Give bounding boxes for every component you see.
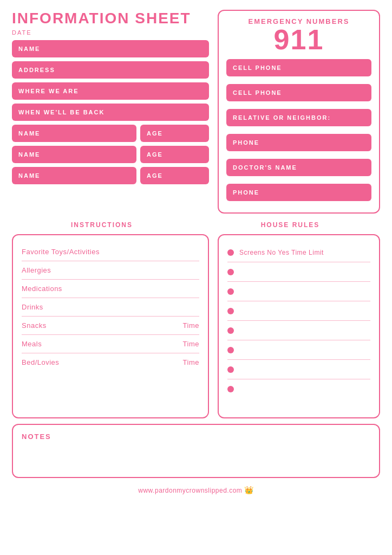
age-field-2[interactable]: AGE xyxy=(140,146,209,163)
date-label: DATE xyxy=(12,29,209,36)
rule-item-2[interactable] xyxy=(227,282,370,301)
rule-item-3[interactable] xyxy=(227,301,370,321)
instr-allergies[interactable]: Allergies xyxy=(22,261,199,280)
name-age-row-3: NAME AGE xyxy=(12,167,209,188)
emergency-fields: CELL PHONE CELL PHONE RELATIVE OR NEIGHB… xyxy=(226,59,371,205)
rule-item-0[interactable]: Screens No Yes Time Limit xyxy=(227,243,370,262)
rule-text-0: Screens No Yes Time Limit xyxy=(239,249,324,256)
emergency-phone-2[interactable]: PHONE xyxy=(226,184,371,201)
age-field-3[interactable]: AGE xyxy=(140,167,209,184)
emergency-cell-1[interactable]: CELL PHONE xyxy=(226,59,371,76)
rule-dot-2 xyxy=(227,288,234,295)
instr-snacks[interactable]: Snacks Time xyxy=(22,317,199,335)
instructions-box: Favorite Toys/Activities Allergies Medic… xyxy=(12,234,209,418)
instructions-label: INSTRUCTIONS xyxy=(12,221,192,229)
footer: www.pardonmycrownslipped.com 👑 xyxy=(12,483,380,494)
rule-dot-6 xyxy=(227,366,234,373)
notes-title: NOTES xyxy=(22,433,370,441)
instr-drinks[interactable]: Drinks xyxy=(22,298,199,317)
rule-item-7[interactable] xyxy=(227,379,370,399)
emergency-relative[interactable]: RELATIVE OR NEIGHBOR: xyxy=(226,109,371,126)
when-back-field[interactable]: WHEN WE'LL BE BACK xyxy=(12,104,209,121)
top-section: INFORMATION SHEET DATE NAME ADDRESS WHER… xyxy=(12,10,380,214)
section-labels: INSTRUCTIONS HOUSE RULES xyxy=(12,221,380,229)
rule-dot-0 xyxy=(227,249,234,256)
name-age-row-1: NAME AGE xyxy=(12,125,209,146)
emergency-cell-2[interactable]: CELL PHONE xyxy=(226,84,371,101)
page: INFORMATION SHEET DATE NAME ADDRESS WHER… xyxy=(12,10,380,546)
name-field-4[interactable]: NAME xyxy=(12,167,136,184)
rule-item-1[interactable] xyxy=(227,262,370,282)
emergency-doctor[interactable]: DOCTOR'S NAME xyxy=(226,159,371,176)
name-field-1[interactable]: NAME xyxy=(12,40,209,57)
rule-dot-1 xyxy=(227,269,234,275)
instr-medications[interactable]: Medications xyxy=(22,280,199,298)
middle-section: Favorite Toys/Activities Allergies Medic… xyxy=(12,234,380,418)
name-age-row-2: NAME AGE xyxy=(12,146,209,167)
rule-dot-7 xyxy=(227,386,234,392)
house-rules-box: Screens No Yes Time Limit xyxy=(218,234,380,418)
rule-dot-5 xyxy=(227,347,234,353)
emergency-phone-1[interactable]: PHONE xyxy=(226,134,371,151)
instr-meals[interactable]: Meals Time xyxy=(22,335,199,353)
instr-toys[interactable]: Favorite Toys/Activities xyxy=(22,243,199,261)
address-field[interactable]: ADDRESS xyxy=(12,61,209,79)
name-field-2[interactable]: NAME xyxy=(12,125,136,142)
rule-item-4[interactable] xyxy=(227,321,370,340)
notes-section[interactable]: NOTES xyxy=(12,424,380,478)
crown-icon: 👑 xyxy=(244,486,254,494)
name-field-3[interactable]: NAME xyxy=(12,146,136,163)
page-title: INFORMATION SHEET xyxy=(12,10,209,27)
emergency-section: EMERGENCY NUMBERS 911 CELL PHONE CELL PH… xyxy=(218,10,380,214)
house-rules-label: HOUSE RULES xyxy=(200,221,380,229)
age-field-1[interactable]: AGE xyxy=(140,125,209,142)
rule-item-5[interactable] xyxy=(227,340,370,360)
emergency-number: 911 xyxy=(274,25,324,54)
rule-dot-3 xyxy=(227,308,234,314)
rule-item-6[interactable] xyxy=(227,360,370,379)
where-we-are-field[interactable]: WHERE WE ARE xyxy=(12,82,209,100)
instr-bed[interactable]: Bed/Lovies Time xyxy=(22,353,199,371)
rule-dot-4 xyxy=(227,327,234,334)
footer-url: www.pardonmycrownslipped.com xyxy=(138,487,242,494)
left-column: INFORMATION SHEET DATE NAME ADDRESS WHER… xyxy=(12,10,209,214)
